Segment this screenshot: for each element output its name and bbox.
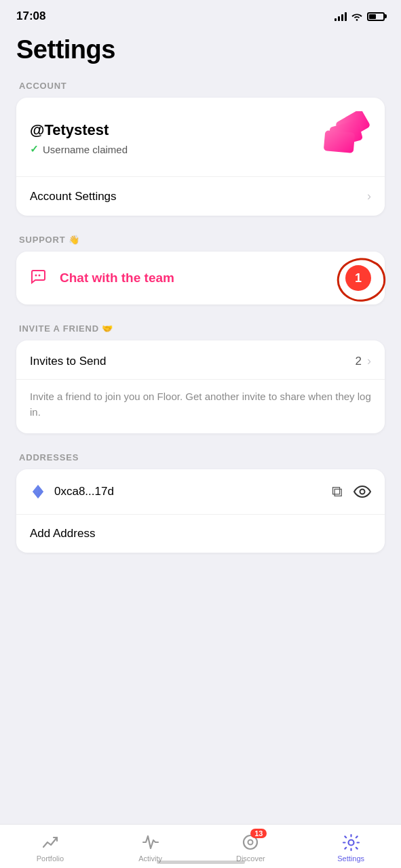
chat-left: Chat with the team bbox=[30, 268, 174, 288]
status-icons bbox=[335, 12, 385, 21]
battery-icon bbox=[367, 12, 385, 21]
addresses-card: 0xca8...17d ⧉ Add Address bbox=[16, 469, 385, 553]
invite-card: Invites to Send 2 › Invite a friend to j… bbox=[16, 340, 385, 433]
chevron-right-icon: › bbox=[367, 189, 371, 203]
chat-icon bbox=[30, 268, 50, 288]
addresses-section-label: ADDRESSES bbox=[16, 452, 385, 462]
svg-marker-4 bbox=[33, 485, 38, 493]
main-content: Settings ACCOUNT @Tetystest ✓ Username c… bbox=[0, 28, 401, 653]
svg-point-9 bbox=[248, 840, 253, 845]
account-top: @Tetystest ✓ Username claimed bbox=[16, 98, 385, 177]
settings-label: Settings bbox=[337, 854, 364, 863]
nav-settings[interactable]: Settings bbox=[324, 833, 378, 863]
chat-row[interactable]: Chat with the team 1 bbox=[16, 252, 385, 304]
wifi-icon bbox=[351, 12, 363, 21]
account-claimed: ✓ Username claimed bbox=[30, 143, 128, 155]
nav-activity[interactable]: Activity bbox=[123, 833, 178, 863]
chat-badge: 1 bbox=[345, 265, 371, 291]
add-address-label: Add Address bbox=[30, 527, 95, 540]
address-left: 0xca8...17d bbox=[30, 484, 114, 500]
invite-section-label: INVITE A FRIEND 🤝 bbox=[16, 323, 385, 334]
svg-marker-3 bbox=[38, 485, 43, 493]
invite-row[interactable]: Invites to Send 2 › bbox=[16, 340, 385, 380]
nav-portfolio[interactable]: Portfolio bbox=[23, 833, 77, 863]
nav-discover[interactable]: 13 Discover bbox=[223, 833, 278, 863]
activity-icon bbox=[141, 833, 160, 852]
svg-point-0 bbox=[35, 275, 37, 277]
status-time: 17:08 bbox=[16, 9, 45, 23]
account-username: @Tetystest bbox=[30, 121, 128, 139]
invite-label: Invites to Send bbox=[30, 355, 106, 368]
signal-icon bbox=[335, 12, 347, 21]
account-settings-label: Account Settings bbox=[30, 190, 117, 203]
account-info: @Tetystest ✓ Username claimed bbox=[30, 121, 128, 155]
address-text: 0xca8...17d bbox=[54, 485, 114, 498]
portfolio-icon bbox=[41, 833, 60, 852]
eth-icon bbox=[30, 484, 46, 500]
svg-point-1 bbox=[39, 275, 41, 277]
eye-icon[interactable] bbox=[354, 484, 371, 499]
check-icon: ✓ bbox=[30, 143, 39, 155]
svg-point-7 bbox=[360, 490, 365, 494]
invite-description: Invite a friend to join you on Floor. Ge… bbox=[16, 380, 385, 433]
account-card: @Tetystest ✓ Username claimed Account Se… bbox=[16, 98, 385, 216]
page-title: Settings bbox=[16, 35, 385, 64]
invite-count: 2 › bbox=[356, 354, 371, 368]
portfolio-label: Portfolio bbox=[37, 854, 64, 863]
chevron-right-icon-invite: › bbox=[367, 354, 371, 368]
support-section-label: SUPPORT 👋 bbox=[16, 235, 385, 245]
invite-count-value: 2 bbox=[356, 355, 362, 368]
chat-label: Chat with the team bbox=[60, 271, 174, 285]
discover-icon: 13 bbox=[241, 833, 260, 852]
support-card: Chat with the team 1 bbox=[16, 252, 385, 304]
status-bar: 17:08 bbox=[0, 0, 401, 28]
card-stack-decoration bbox=[310, 111, 371, 165]
mini-card-3 bbox=[324, 130, 355, 153]
add-address-row[interactable]: Add Address bbox=[16, 515, 385, 553]
account-settings-row[interactable]: Account Settings › bbox=[16, 177, 385, 216]
address-actions: ⧉ bbox=[332, 483, 371, 500]
copy-icon[interactable]: ⧉ bbox=[332, 483, 343, 500]
discover-badge: 13 bbox=[250, 829, 267, 838]
badge-wrapper: 1 bbox=[345, 265, 371, 291]
svg-point-10 bbox=[348, 840, 354, 845]
settings-icon bbox=[341, 833, 360, 852]
claimed-text: Username claimed bbox=[43, 144, 128, 155]
account-section-label: ACCOUNT bbox=[16, 81, 385, 91]
address-row: 0xca8...17d ⧉ bbox=[16, 469, 385, 515]
account-image bbox=[310, 111, 371, 165]
home-indicator bbox=[157, 861, 245, 864]
